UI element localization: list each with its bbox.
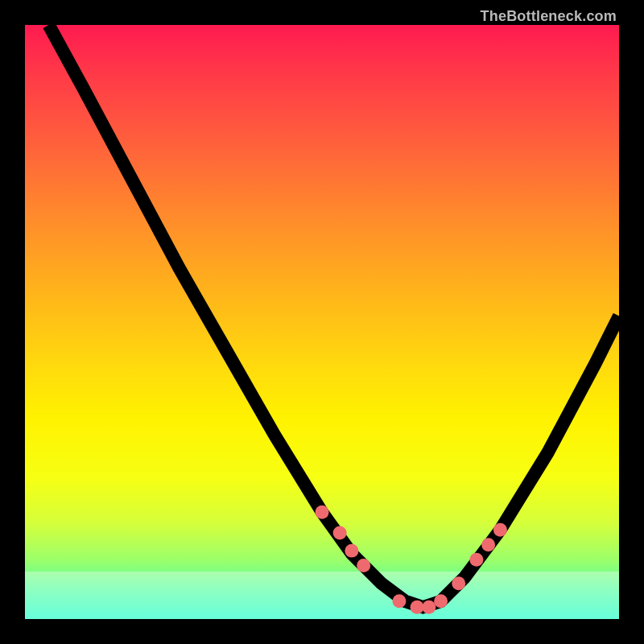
marker-dot (333, 526, 347, 540)
baseline-glow-band (25, 572, 619, 619)
chart-frame: TheBottleneck.com (0, 0, 644, 644)
marker-dot (411, 601, 424, 614)
marker-dot (452, 576, 465, 590)
attribution-text: TheBottleneck.com (481, 8, 617, 25)
marker-dot (392, 594, 406, 608)
marker-dot (345, 544, 358, 558)
marker-dot (481, 538, 495, 551)
marker-dot (316, 506, 329, 519)
marker-dot (493, 523, 507, 537)
marker-dot (469, 553, 483, 567)
marker-dot (357, 559, 370, 572)
bottleneck-chart (25, 25, 619, 619)
marker-dot (434, 594, 448, 608)
marker-dot (422, 601, 436, 614)
bottleneck-curve (49, 25, 619, 607)
